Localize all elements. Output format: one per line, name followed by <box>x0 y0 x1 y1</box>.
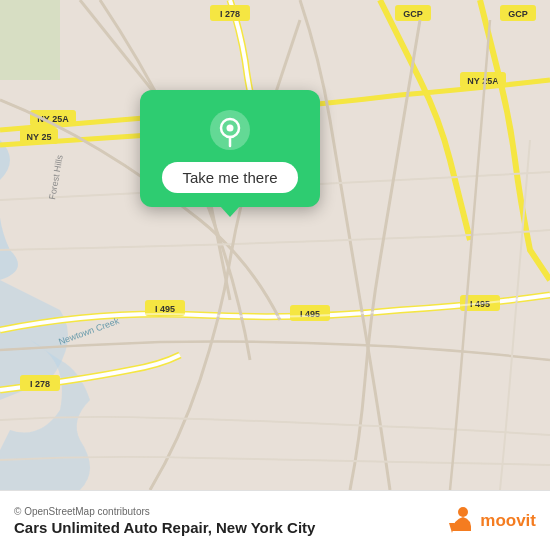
moovit-brand-text: moovit <box>480 511 536 531</box>
moovit-brand-icon <box>444 505 476 537</box>
location-popup: Take me there <box>140 90 320 207</box>
svg-text:GCP: GCP <box>508 9 528 19</box>
svg-text:I 495: I 495 <box>155 304 175 314</box>
bottom-bar: © OpenStreetMap contributors Cars Unlimi… <box>0 490 550 550</box>
location-pin-icon <box>208 108 252 152</box>
moovit-logo: moovit <box>444 505 536 537</box>
svg-point-28 <box>227 125 234 132</box>
svg-text:NY 25: NY 25 <box>27 132 52 142</box>
svg-text:NY 25A: NY 25A <box>467 76 499 86</box>
svg-text:I 495: I 495 <box>300 309 320 319</box>
map-roads: I 495 I 495 I 495 I 278 I 278 NY 25A NY … <box>0 0 550 490</box>
svg-text:I 278: I 278 <box>30 379 50 389</box>
map-container: I 495 I 495 I 495 I 278 I 278 NY 25A NY … <box>0 0 550 490</box>
take-me-there-button[interactable]: Take me there <box>162 162 297 193</box>
svg-rect-1 <box>0 0 60 80</box>
location-title: Cars Unlimited Auto Repair, New York Cit… <box>14 519 444 536</box>
svg-text:I 278: I 278 <box>220 9 240 19</box>
osm-attribution: © OpenStreetMap contributors <box>14 506 444 517</box>
bottom-bar-text: © OpenStreetMap contributors Cars Unlimi… <box>14 506 444 536</box>
svg-point-29 <box>458 507 468 517</box>
svg-text:GCP: GCP <box>403 9 423 19</box>
